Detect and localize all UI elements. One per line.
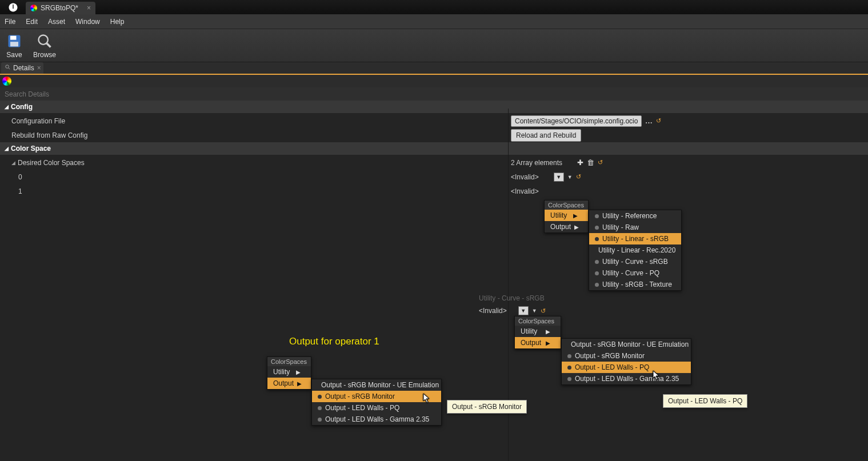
submenu-label: Utility - Raw	[602, 223, 639, 231]
bullet-icon	[567, 354, 571, 358]
svg-point-5	[6, 65, 9, 69]
submenu-label: Output - LED Walls - PQ	[575, 363, 649, 371]
element-1-value: <Invalid>	[511, 187, 539, 195]
clear-array-button[interactable]: 🗑	[587, 158, 594, 167]
submenu-label: Output - LED Walls - Gamma 2.35	[575, 375, 679, 383]
submenu-arrow-icon: ▶	[574, 224, 579, 230]
svg-rect-2	[10, 42, 18, 46]
reset-icon[interactable]: ↺	[576, 173, 581, 181]
submenu-label: Output - LED Walls - PQ	[325, 404, 399, 412]
submenu-output-led-gamma[interactable]: Output - LED Walls - Gamma 2.35	[562, 373, 691, 384]
desired-colorspaces-label: ◢ Desired Color Spaces	[0, 159, 509, 167]
dropdown-button[interactable]: ▼	[518, 306, 529, 315]
menu-window[interactable]: Window	[75, 18, 100, 26]
submenu-utility-linear-srgb[interactable]: Utility - Linear - sRGB	[589, 233, 681, 244]
menu-utility[interactable]: Utility ▶	[545, 210, 588, 221]
colorspaces-menu-2: ColorSpaces Utility ▶ Output ▶	[514, 316, 561, 349]
details-close-icon[interactable]: ×	[37, 64, 41, 72]
array-element-0-row: 0 <Invalid> ▼ ▼ ↺	[0, 170, 868, 184]
menu-output[interactable]: Output ▶	[515, 337, 561, 348]
submenu-utility-raw[interactable]: Utility - Raw	[589, 222, 681, 233]
svg-line-4	[47, 43, 51, 47]
rebuild-row: Rebuild from Raw Config Reload and Rebui…	[0, 128, 868, 142]
menu-utility-label: Utility	[273, 368, 290, 376]
bullet-icon	[318, 406, 322, 410]
array-index-0: 0	[0, 173, 509, 181]
config-file-path[interactable]: Content/Stages/OCIO/simple.config.ocio	[511, 115, 642, 127]
rebuild-label: Rebuild from Raw Config	[0, 131, 509, 139]
dropdown-button[interactable]: ▼	[554, 173, 564, 182]
bullet-icon	[567, 377, 571, 381]
bullet-icon	[595, 237, 599, 241]
bullet-icon	[595, 214, 599, 218]
bullet-icon	[595, 271, 599, 275]
desired-label-text: Desired Color Spaces	[18, 159, 85, 167]
browse-button[interactable]: Browse	[33, 33, 56, 59]
submenu-utility-curve-pq[interactable]: Utility - Curve - PQ	[589, 267, 681, 279]
search-small-icon	[5, 64, 11, 72]
config-category-header[interactable]: ◢ Config	[0, 101, 868, 114]
menu-bar: File Edit Asset Window Help	[0, 14, 868, 29]
reload-rebuild-button[interactable]: Reload and Rebuild	[511, 129, 581, 142]
search-input[interactable]	[0, 87, 868, 101]
config-file-label: Configuration File	[0, 117, 509, 125]
menu-utility-label: Utility	[550, 211, 567, 219]
submenu-output-srgb-monitor[interactable]: Output - sRGB Monitor	[312, 391, 441, 402]
close-icon[interactable]: ×	[87, 4, 91, 12]
menu-help[interactable]: Help	[110, 18, 125, 26]
submenu-output-led-gamma[interactable]: Output - LED Walls - Gamma 2.35	[312, 414, 441, 425]
svg-rect-1	[10, 35, 17, 39]
colorspaces-menu-3: ColorSpaces Utility ▶ Output ▶	[267, 356, 311, 390]
submenu-label: Utility - Linear - Rec.2020	[598, 246, 675, 254]
utility-submenu: Utility - Reference Utility - Raw Utilit…	[589, 210, 682, 291]
menu-asset[interactable]: Asset	[48, 18, 65, 26]
options-button[interactable]: ▼	[532, 308, 537, 314]
submenu-output-led-pq[interactable]: Output - LED Walls - PQ	[562, 362, 691, 373]
element-0-value: <Invalid>	[511, 173, 539, 181]
options-button[interactable]: ▼	[567, 174, 573, 180]
submenu-output-ue-emulation[interactable]: Output - sRGB Monitor - UE Emulation	[312, 379, 441, 391]
svg-point-3	[39, 35, 48, 44]
document-tab[interactable]: SRGBtoPQ* ×	[26, 2, 95, 14]
title-bar: SRGBtoPQ* ×	[0, 0, 868, 14]
submenu-output-ue-emulation[interactable]: Output - sRGB Monitor - UE Emulation	[562, 339, 691, 350]
submenu-utility-srgb-texture[interactable]: Utility - sRGB - Texture	[589, 279, 681, 290]
menu-utility[interactable]: Utility ▶	[267, 366, 311, 378]
menu-edit[interactable]: Edit	[26, 18, 38, 26]
submenu-arrow-icon: ▶	[546, 328, 550, 335]
invalid-dropdown-2-row: <Invalid> ▼ ▼ ↺	[479, 306, 546, 315]
ocio-asset-icon	[2, 77, 11, 86]
array-count: 2 Array elements	[511, 159, 562, 167]
expand-icon[interactable]: ◢	[11, 160, 15, 166]
details-tab-row: Details ×	[0, 62, 868, 75]
menu-utility[interactable]: Utility ▶	[515, 326, 561, 337]
svg-line-6	[9, 68, 10, 69]
menu-output[interactable]: Output ▶	[267, 378, 311, 389]
submenu-output-led-pq[interactable]: Output - LED Walls - PQ	[312, 402, 441, 414]
save-button[interactable]: Save	[6, 33, 23, 59]
submenu-label: Output - sRGB Monitor - UE Emulation	[571, 340, 689, 348]
add-element-button[interactable]: ✚	[577, 158, 583, 167]
tooltip-led-pq: Output - LED Walls - PQ	[663, 394, 747, 408]
truncated-text: Utility - Curve - sRGB	[479, 294, 547, 302]
invalid-value-2: <Invalid>	[479, 307, 507, 315]
submenu-label: Output - LED Walls - Gamma 2.35	[325, 415, 429, 423]
colorspace-header-label: Color Space	[11, 145, 51, 153]
submenu-utility-linear-rec2020[interactable]: Utility - Linear - Rec.2020	[589, 244, 681, 256]
colorspace-category-header[interactable]: ◢ Color Space	[0, 142, 868, 155]
details-tab[interactable]: Details ×	[1, 62, 43, 74]
submenu-arrow-icon: ▶	[546, 340, 550, 346]
bullet-icon	[595, 283, 599, 287]
submenu-output-srgb-monitor[interactable]: Output - sRGB Monitor	[562, 350, 691, 362]
menu-file[interactable]: File	[5, 18, 15, 26]
tab-title: SRGBtoPQ*	[41, 4, 78, 12]
reset-icon[interactable]: ↺	[656, 117, 661, 125]
browse-path-button[interactable]: ...	[645, 117, 653, 125]
reset-icon[interactable]: ↺	[598, 159, 603, 166]
submenu-arrow-icon: ▶	[296, 369, 301, 375]
reset-icon[interactable]: ↺	[541, 307, 546, 315]
menu-output-label: Output	[521, 339, 541, 347]
submenu-utility-reference[interactable]: Utility - Reference	[589, 210, 681, 222]
submenu-utility-curve-srgb[interactable]: Utility - Curve - sRGB	[589, 256, 681, 267]
menu-output[interactable]: Output ▶	[545, 221, 588, 232]
